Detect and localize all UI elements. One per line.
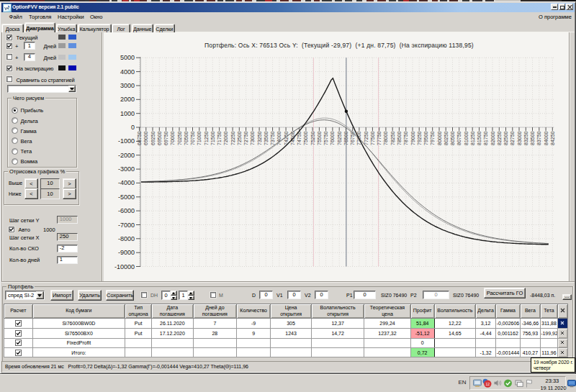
svg-text:-10000: -10000 [114,263,135,270]
svg-text:70000: 70000 [170,131,175,145]
svg-text:80500: 80500 [450,131,455,145]
svg-text:81500: 81500 [477,131,482,145]
svg-text:69000: 69000 [143,131,148,145]
svg-text:80000: 80000 [437,131,442,145]
svg-text:75250: 75250 [310,131,315,145]
svg-text:78000: 78000 [383,131,388,145]
svg-text:4000: 4000 [120,68,135,76]
svg-text:80750: 80750 [456,131,462,145]
svg-text:1000: 1000 [120,110,135,117]
svg-text:78250: 78250 [390,131,395,145]
svg-text:12: 12 [486,382,490,386]
svg-text:82250: 82250 [497,131,502,145]
svg-text:-5000: -5000 [118,193,135,201]
svg-text:78500: 78500 [397,131,402,145]
svg-text:81250: 81250 [470,131,475,145]
svg-text:79000: 79000 [410,131,415,145]
svg-text:71750: 71750 [217,131,222,145]
svg-text:75750: 75750 [323,131,328,145]
svg-text:71250: 71250 [204,131,209,145]
svg-text:73250: 73250 [257,131,262,145]
svg-text:78750: 78750 [403,131,408,145]
svg-text:-1000: -1000 [118,137,135,145]
svg-text:79500: 79500 [423,131,428,145]
svg-text:72750: 72750 [243,131,248,145]
svg-text:2000: 2000 [120,96,135,103]
svg-text:0: 0 [131,124,135,131]
svg-text:71000: 71000 [197,131,202,145]
svg-text:70250: 70250 [177,131,182,145]
svg-text:75500: 75500 [317,131,322,145]
svg-text:83000: 83000 [517,131,522,145]
svg-text:69250: 69250 [150,131,156,145]
svg-text:-9000: -9000 [118,249,135,256]
svg-text:77750: 77750 [377,131,382,145]
svg-text:3000: 3000 [120,82,135,89]
svg-text:76000: 76000 [330,131,335,145]
svg-text:70500: 70500 [184,131,189,145]
svg-text:84250: 84250 [550,131,555,145]
svg-text:80250: 80250 [444,131,449,145]
svg-text:82750: 82750 [510,131,515,145]
svg-text:77500: 77500 [370,131,375,145]
svg-text:81000: 81000 [464,131,469,145]
svg-text:72250: 72250 [230,131,235,145]
svg-text:81750: 81750 [483,131,488,145]
svg-text:72500: 72500 [237,131,242,145]
svg-text:82500: 82500 [503,131,508,145]
svg-text:76500: 76500 [343,131,348,145]
svg-text:83250: 83250 [523,131,528,145]
svg-text:79750: 79750 [430,131,435,145]
svg-text:69500: 69500 [157,131,162,145]
svg-text:83500: 83500 [530,131,535,145]
svg-text:73000: 73000 [250,131,255,145]
svg-text:73750: 73750 [270,131,275,145]
svg-text:82000: 82000 [490,131,495,145]
svg-text:-8000: -8000 [118,235,135,242]
svg-text:73500: 73500 [264,131,269,145]
svg-text:-4000: -4000 [118,179,135,186]
svg-text:70750: 70750 [190,131,195,145]
svg-text:76250: 76250 [337,131,342,145]
svg-text:69750: 69750 [163,131,168,145]
svg-text:-6000: -6000 [118,207,135,214]
svg-text:5000: 5000 [120,54,135,61]
svg-text:-7000: -7000 [118,222,135,229]
svg-text:75000: 75000 [303,131,308,145]
svg-text:79250: 79250 [417,131,422,145]
svg-text:-3000: -3000 [118,165,135,173]
svg-text:71500: 71500 [210,131,215,145]
svg-text:84000: 84000 [544,131,549,145]
svg-text:68750: 68750 [137,131,142,145]
svg-text:-2000: -2000 [118,152,135,159]
svg-text:83750: 83750 [536,131,541,145]
svg-text:72000: 72000 [223,131,228,145]
